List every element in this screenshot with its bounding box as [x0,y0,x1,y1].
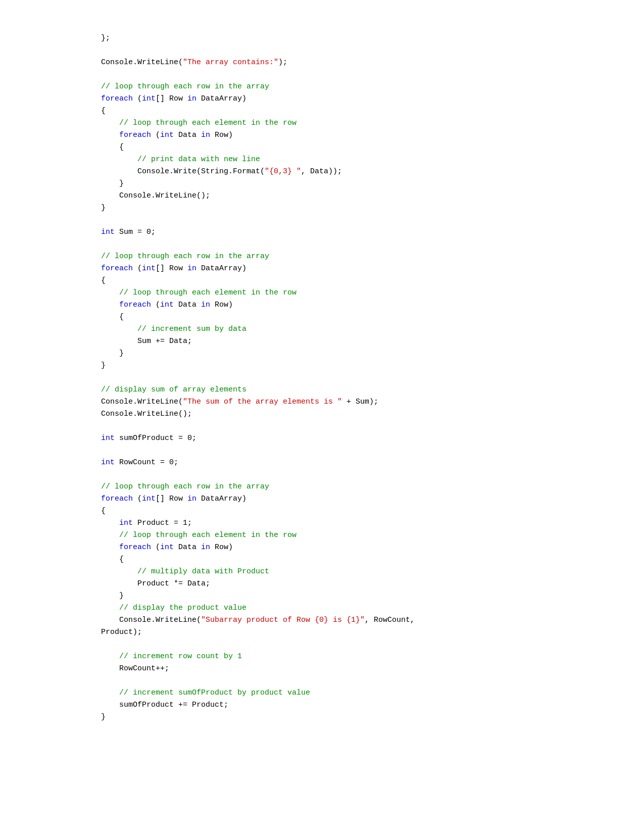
code-token: ( [133,495,142,503]
code-token: // multiply data with Product [101,567,269,576]
code-line: { [101,505,644,517]
code-line: foreach (int[] Row in DataArray) [101,93,644,105]
code-token: } [101,204,106,212]
code-line: int Sum = 0; [101,226,644,238]
code-line: foreach (int Data in Row) [101,129,644,141]
code-line: Console.WriteLine(); [101,190,644,202]
code-line: // display the product value [101,602,644,614]
code-token: ( [133,94,142,103]
code-line: // loop through each row in the array [101,81,644,93]
code-token: in [201,543,210,552]
code-line: // increment sumOfProduct by product val… [101,687,644,699]
code-line [101,44,644,57]
code-line: // loop through each element in the row [101,117,644,129]
code-token: DataArray) [196,495,246,503]
code-token [101,301,119,309]
code-token: ( [151,301,160,309]
code-token: "The array contains:" [183,58,278,67]
code-line [101,675,644,687]
code-line: // multiply data with Product [101,566,644,578]
code-line: { [101,275,644,287]
code-token: in [201,301,210,309]
code-token: foreach [119,301,151,309]
code-token: int [160,301,174,309]
code-token: Product *= Data; [101,579,210,588]
code-token: in [187,495,196,503]
code-token: Data [174,543,201,552]
code-line [101,420,644,432]
code-token: in [187,94,196,103]
code-token: // print data with new line [101,155,260,164]
code-token: Row) [210,543,233,552]
code-token: Product = 1; [133,519,192,527]
code-token [101,543,119,552]
code-token: DataArray) [196,264,246,273]
code-token: int [142,94,156,103]
code-token: foreach [119,131,151,139]
code-token: int [142,495,156,503]
code-token: // loop through each row in the array [101,252,269,261]
code-token: "The sum of the array elements is " [183,398,342,406]
code-line [101,639,644,651]
code-line: Console.WriteLine(); [101,408,644,420]
code-container: }; Console.WriteLine("The array contains… [101,20,644,723]
code-token: sumOfProduct = 0; [115,434,196,443]
code-token: Data [174,301,201,309]
code-token: Row) [210,301,233,309]
code-line: } [101,202,644,214]
code-token: Console.WriteLine(); [101,191,210,200]
code-line: { [101,554,644,566]
code-line: foreach (int[] Row in DataArray) [101,263,644,275]
code-token: + Sum); [342,398,378,406]
code-line: foreach (int[] Row in DataArray) [101,493,644,505]
code-token: // display the product value [101,604,246,612]
code-token: } [101,592,124,600]
code-line: } [101,590,644,602]
code-token: [] Row [156,495,187,503]
code-line: } [101,360,644,372]
code-token: { [101,143,124,152]
code-token: int [160,131,174,139]
code-token: // increment sum by data [101,325,246,333]
code-line [101,214,644,226]
code-line: Console.WriteLine("The sum of the array … [101,396,644,408]
code-line: // loop through each element in the row [101,529,644,542]
code-line [101,69,644,81]
code-token: foreach [119,543,151,552]
code-token: Console.WriteLine( [101,616,201,624]
code-token: // increment sumOfProduct by product val… [101,689,310,697]
code-token: int [101,228,115,236]
code-line: { [101,141,644,154]
code-token: } [101,361,106,370]
code-token: int [160,543,174,552]
code-token: ( [151,131,160,139]
code-token [101,131,119,139]
code-token: // display sum of array elements [101,385,246,394]
code-token: Sum = 0; [115,228,156,236]
code-line: int RowCount = 0; [101,457,644,469]
code-token: // loop through each row in the array [101,82,269,91]
code-line: // loop through each element in the row [101,287,644,299]
code-token: { [101,507,106,515]
code-token: Row) [210,131,233,139]
code-token [101,519,119,527]
code-line [101,238,644,251]
code-token: // loop through each element in the row [101,531,296,539]
code-token: Console.WriteLine( [101,58,183,67]
code-line: sumOfProduct += Product; [101,699,644,711]
code-line: Console.Write(String.Format("{0,3} ", Da… [101,166,644,178]
code-token: ( [151,543,160,552]
code-token: } [101,179,124,188]
code-token: // loop through each element in the row [101,288,296,297]
code-line: { [101,311,644,323]
code-token: foreach [101,94,133,103]
code-token: } [101,713,106,721]
code-line [101,469,644,481]
code-token: foreach [101,495,133,503]
code-line: Console.WriteLine("Subarray product of R… [101,614,644,626]
code-token: "Subarray product of Row {0} is {1}" [201,616,365,624]
code-token: Console.WriteLine( [101,398,183,406]
code-line: // print data with new line [101,154,644,166]
code-token: , Data)); [301,167,342,176]
code-token: } [101,349,124,358]
